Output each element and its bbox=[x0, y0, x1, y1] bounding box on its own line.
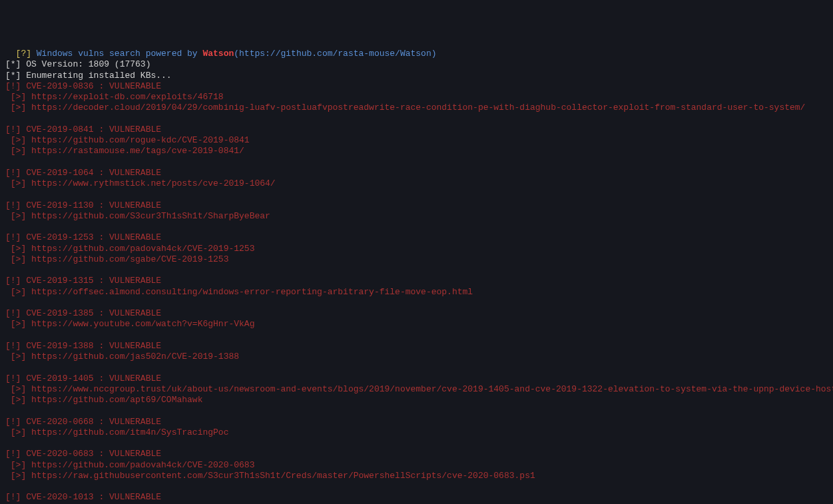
vuln-header-text: [!] CVE-2019-1130 : VULNERABLE bbox=[5, 200, 161, 210]
vuln-link-text: [>] https://github.com/S3cur3Th1sSh1t/Sh… bbox=[5, 211, 270, 221]
vuln-link-5-0: [>] https://offsec.almond.consulting/win… bbox=[5, 287, 828, 298]
vuln-link-text: [>] https://www.nccgroup.trust/uk/about-… bbox=[5, 384, 833, 394]
vuln-link-text: [>] https://rastamouse.me/tags/cve-2019-… bbox=[5, 146, 244, 156]
vuln-header-text: [!] CVE-2019-1388 : VULNERABLE bbox=[5, 341, 161, 351]
vuln-header-3: [!] CVE-2019-1130 : VULNERABLE bbox=[5, 200, 828, 211]
blank-line bbox=[5, 330, 828, 341]
vuln-header-text: [!] CVE-2019-1385 : VULNERABLE bbox=[5, 308, 161, 318]
header-line: [?] Windows vulns search powered by Wats… bbox=[5, 49, 828, 59]
vuln-link-text: [>] https://github.com/apt69/COMahawk bbox=[5, 395, 202, 405]
vuln-link-6-0: [>] https://www.youtube.com/watch?v=K6gH… bbox=[5, 319, 828, 330]
vuln-header-6: [!] CVE-2019-1385 : VULNERABLE bbox=[5, 308, 828, 319]
vuln-link-0-0: [>] https://exploit-db.com/exploits/4671… bbox=[5, 92, 828, 103]
blank-line bbox=[5, 405, 828, 416]
vuln-header-text: [!] CVE-2020-0683 : VULNERABLE bbox=[5, 449, 161, 459]
vuln-header-text: [!] CVE-2019-1405 : VULNERABLE bbox=[5, 374, 161, 383]
blank-line bbox=[5, 481, 828, 492]
vuln-header-10: [!] CVE-2020-0683 : VULNERABLE bbox=[5, 449, 828, 459]
vuln-header-text: [!] CVE-2019-1253 : VULNERABLE bbox=[5, 232, 161, 242]
header-tool: Watson bbox=[202, 49, 234, 59]
header-title: Windows vulns search powered by bbox=[37, 49, 203, 59]
vuln-link-text: [>] https://github.com/itm4n/SysTracingP… bbox=[5, 427, 228, 437]
info-line-0: [*] OS Version: 1809 (17763) bbox=[5, 59, 828, 70]
header-prefix: [?] bbox=[5, 49, 37, 59]
vuln-link-7-0: [>] https://github.com/jas502n/CVE-2019-… bbox=[5, 352, 828, 362]
vuln-link-text: [>] https://exploit-db.com/exploits/4671… bbox=[5, 92, 224, 102]
blank-line bbox=[5, 362, 828, 373]
vuln-header-text: [!] CVE-2019-0841 : VULNERABLE bbox=[5, 125, 161, 134]
vuln-link-4-1: [>] https://github.com/sgabe/CVE-2019-12… bbox=[5, 254, 828, 265]
header-url: (https://github.com/rasta-mouse/Watson) bbox=[234, 49, 436, 59]
vuln-header-4: [!] CVE-2019-1253 : VULNERABLE bbox=[5, 232, 828, 243]
vuln-header-text: [!] CVE-2020-0668 : VULNERABLE bbox=[5, 417, 161, 427]
vuln-link-text: [>] https://github.com/sgabe/CVE-2019-12… bbox=[5, 254, 228, 264]
info-text: [*] OS Version: 1809 (17763) bbox=[5, 59, 150, 69]
vuln-link-1-0: [>] https://github.com/rogue-kdc/CVE-201… bbox=[5, 135, 828, 146]
vuln-link-text: [>] https://offsec.almond.consulting/win… bbox=[5, 287, 473, 297]
vuln-link-10-1: [>] https://raw.githubusercontent.com/S3… bbox=[5, 471, 828, 481]
vuln-link-1-1: [>] https://rastamouse.me/tags/cve-2019-… bbox=[5, 146, 828, 156]
vuln-header-5: [!] CVE-2019-1315 : VULNERABLE bbox=[5, 276, 828, 286]
vuln-header-8: [!] CVE-2019-1405 : VULNERABLE bbox=[5, 374, 828, 384]
vuln-link-text: [>] https://github.com/rogue-kdc/CVE-201… bbox=[5, 135, 250, 145]
info-text: [*] Enumerating installed KBs... bbox=[5, 71, 172, 81]
info-line-1: [*] Enumerating installed KBs... bbox=[5, 71, 828, 81]
vuln-header-2: [!] CVE-2019-1064 : VULNERABLE bbox=[5, 168, 828, 178]
vuln-link-text: [>] https://decoder.cloud/2019/04/29/com… bbox=[5, 103, 805, 113]
vuln-header-text: [!] CVE-2020-1013 : VULNERABLE bbox=[5, 492, 161, 502]
vuln-header-text: [!] CVE-2019-1315 : VULNERABLE bbox=[5, 276, 161, 286]
vuln-header-11: [!] CVE-2020-1013 : VULNERABLE bbox=[5, 492, 828, 503]
blank-line bbox=[5, 189, 828, 200]
vuln-link-text: [>] https://github.com/jas502n/CVE-2019-… bbox=[5, 352, 239, 362]
vuln-link-0-1: [>] https://decoder.cloud/2019/04/29/com… bbox=[5, 103, 828, 113]
vuln-link-3-0: [>] https://github.com/S3cur3Th1sSh1t/Sh… bbox=[5, 211, 828, 222]
blank-line bbox=[5, 265, 828, 276]
vuln-header-9: [!] CVE-2020-0668 : VULNERABLE bbox=[5, 417, 828, 427]
vuln-header-0: [!] CVE-2019-0836 : VULNERABLE bbox=[5, 81, 828, 92]
vuln-link-text: [>] https://www.youtube.com/watch?v=K6gH… bbox=[5, 319, 254, 329]
vuln-link-8-1: [>] https://github.com/apt69/COMahawk bbox=[5, 395, 828, 405]
vuln-header-1: [!] CVE-2019-0841 : VULNERABLE bbox=[5, 125, 828, 135]
vuln-header-text: [!] CVE-2019-1064 : VULNERABLE bbox=[5, 168, 161, 178]
blank-line bbox=[5, 298, 828, 308]
vuln-header-text: [!] CVE-2019-0836 : VULNERABLE bbox=[5, 81, 161, 91]
blank-line bbox=[5, 222, 828, 232]
blank-line bbox=[5, 438, 828, 449]
vuln-header-7: [!] CVE-2019-1388 : VULNERABLE bbox=[5, 341, 828, 352]
vuln-link-10-0: [>] https://github.com/padovah4ck/CVE-20… bbox=[5, 460, 828, 471]
blank-line bbox=[5, 114, 828, 125]
vuln-link-text: [>] https://www.rythmstick.net/posts/cve… bbox=[5, 178, 276, 188]
terminal-output: [?] Windows vulns search powered by Wats… bbox=[5, 49, 828, 504]
vuln-link-2-0: [>] https://www.rythmstick.net/posts/cve… bbox=[5, 178, 828, 189]
blank-line bbox=[5, 157, 828, 168]
vuln-link-8-0: [>] https://www.nccgroup.trust/uk/about-… bbox=[5, 384, 828, 395]
vuln-link-text: [>] https://github.com/padovah4ck/CVE-20… bbox=[5, 460, 254, 470]
vuln-link-9-0: [>] https://github.com/itm4n/SysTracingP… bbox=[5, 427, 828, 438]
vuln-link-4-0: [>] https://github.com/padovah4ck/CVE-20… bbox=[5, 244, 828, 254]
vuln-link-text: [>] https://github.com/padovah4ck/CVE-20… bbox=[5, 244, 254, 254]
vuln-link-text: [>] https://raw.githubusercontent.com/S3… bbox=[5, 471, 535, 481]
